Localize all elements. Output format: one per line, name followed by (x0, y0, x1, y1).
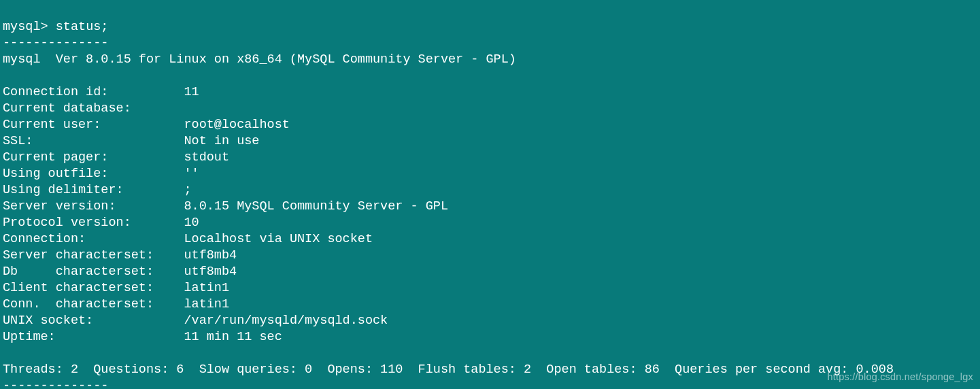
status-label: Connection: (3, 232, 184, 246)
status-row: UNIX socket: /var/run/mysqld/mysqld.sock (3, 314, 388, 328)
status-label: Using outfile: (3, 167, 184, 181)
status-label: Conn. characterset: (3, 297, 184, 311)
status-value: stdout (184, 150, 229, 165)
status-value: utf8mb4 (184, 265, 237, 279)
status-command: status; (56, 20, 109, 34)
status-label: Client characterset: (3, 281, 184, 295)
status-row: Current pager: stdout (3, 150, 229, 165)
status-row: Client characterset: latin1 (3, 281, 229, 295)
status-row: Db characterset: utf8mb4 (3, 265, 237, 279)
status-row: Using delimiter: ; (3, 183, 192, 197)
status-value: /var/run/mysqld/mysqld.sock (184, 314, 388, 328)
status-label: Protocol version: (3, 216, 184, 230)
status-row: SSL: Not in use (3, 134, 259, 148)
status-value: Not in use (184, 134, 259, 148)
status-row: Connection: Localhost via UNIX socket (3, 232, 373, 246)
status-label: Connection id: (3, 85, 184, 99)
status-value: '' (184, 167, 199, 181)
status-label: Uptime: (3, 330, 184, 344)
stats-line: Threads: 2 Questions: 6 Slow queries: 0 … (3, 362, 894, 377)
status-label: Current database: (3, 101, 184, 116)
status-row: Server characterset: utf8mb4 (3, 248, 237, 263)
mysql-prompt: mysql> (3, 20, 56, 34)
status-value: 11 (184, 85, 199, 99)
status-value: 8.0.15 MySQL Community Server - GPL (184, 199, 448, 214)
status-value: utf8mb4 (184, 248, 237, 263)
mysql-version: mysql Ver 8.0.15 for Linux on x86_64 (My… (3, 52, 516, 67)
status-value: Localhost via UNIX socket (184, 232, 373, 246)
status-label: Current user: (3, 118, 184, 132)
status-label: Using delimiter: (3, 183, 184, 197)
status-label: Db characterset: (3, 265, 184, 279)
status-value: 11 min 11 sec (184, 330, 282, 344)
status-row: Conn. characterset: latin1 (3, 297, 229, 311)
watermark: https://blog.csdn.net/sponge_lgx (828, 369, 973, 385)
status-label: Current pager: (3, 150, 184, 165)
status-row: Current database: (3, 101, 184, 116)
status-label: Server characterset: (3, 248, 184, 263)
separator-top: -------------- (3, 36, 108, 50)
command-line: mysql> status; (3, 20, 108, 34)
status-label: UNIX socket: (3, 314, 184, 328)
status-value: latin1 (184, 281, 229, 295)
status-value: 10 (184, 216, 199, 230)
status-row: Uptime: 11 min 11 sec (3, 330, 282, 344)
status-row: Server version: 8.0.15 MySQL Community S… (3, 199, 448, 214)
status-value: latin1 (184, 297, 229, 311)
status-row: Using outfile: '' (3, 167, 199, 181)
status-row: Current user: root@localhost (3, 118, 290, 132)
status-row: Protocol version: 10 (3, 216, 199, 230)
status-label: Server version: (3, 199, 184, 214)
status-value: root@localhost (184, 118, 289, 132)
status-row: Connection id: 11 (3, 85, 199, 99)
terminal-output: mysql> status; -------------- mysql Ver … (0, 0, 980, 389)
status-value: ; (184, 183, 191, 197)
separator-bottom: -------------- (3, 379, 108, 389)
status-label: SSL: (3, 134, 184, 148)
